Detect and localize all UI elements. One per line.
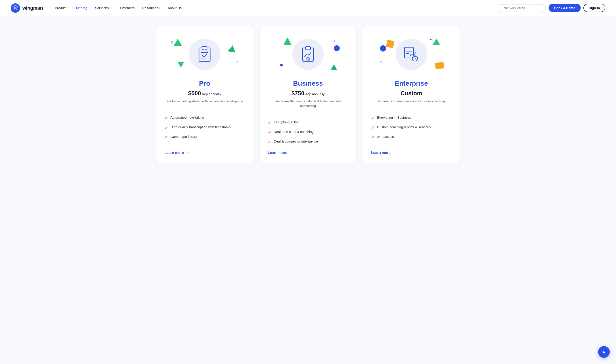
decorative-dot-large	[380, 45, 386, 52]
feature-item: ✓ Real-time cues & coaching	[268, 130, 349, 135]
pro-features-list: ✓ Automated note-taking ✓ High-quality t…	[164, 116, 245, 144]
decorative-square-1	[171, 41, 173, 43]
nav-item-pricing[interactable]: Pricing	[73, 5, 91, 11]
illustration-circle	[189, 39, 220, 70]
arrow-right-icon: →	[289, 151, 292, 155]
feature-item: ✓ Deal & competitor intelligence	[268, 139, 349, 144]
pricing-card-business: Business $750 /rep annually For teams th…	[260, 25, 357, 163]
arrow-right-icon: →	[185, 151, 189, 155]
business-price-period: /rep annually	[305, 92, 324, 96]
feature-label: Deal & competitor intelligence	[274, 139, 318, 143]
pro-price-period: /rep annually	[202, 92, 221, 96]
decorative-triangle-1	[173, 39, 182, 46]
feature-label: Automated note-taking	[170, 116, 204, 119]
card-divider	[371, 110, 452, 110]
check-icon: ✓	[371, 116, 374, 121]
enterprise-icon	[403, 46, 420, 63]
chart-clipboard-icon	[300, 45, 316, 63]
decorative-gold-shape-2	[435, 62, 444, 69]
card-divider	[164, 110, 245, 110]
enterprise-features-list: ✓ Everything in Business ✓ Custom coachi…	[371, 116, 452, 144]
nav-item-resources[interactable]: Resources ▾	[139, 5, 164, 11]
main-content: Pro $500 /rep annually For teams getting…	[0, 16, 616, 176]
pro-illustration	[164, 34, 245, 74]
check-icon: ✓	[268, 140, 271, 144]
check-icon: ✓	[268, 120, 271, 125]
sign-in-button[interactable]: Sign In	[583, 4, 605, 12]
feature-item: ✓ Automated note-taking	[164, 116, 245, 121]
check-icon: ✓	[164, 125, 168, 130]
svg-rect-8	[306, 47, 310, 50]
enterprise-price: Custom	[371, 90, 452, 97]
decorative-dot-small	[430, 39, 432, 40]
clipboard-icon	[197, 45, 212, 63]
feature-label: High-quality transcription with timestam…	[170, 125, 230, 129]
business-features-list: ✓ Everything in Pro ✓ Real-time cues & c…	[268, 120, 349, 144]
check-icon: ✓	[164, 135, 168, 140]
check-icon: ✓	[371, 135, 374, 140]
pricing-cards-container: Pro $500 /rep annually For teams getting…	[156, 25, 460, 163]
arrow-right-icon: →	[392, 151, 395, 155]
header: wingman Product ▾ Pricing Solutions ▾ Cu…	[0, 0, 616, 16]
decorative-triangle-3	[227, 45, 237, 53]
illustration-circle	[396, 39, 427, 70]
business-learn-more-link[interactable]: Learn more →	[268, 151, 349, 155]
decorative-dot-large	[334, 45, 340, 51]
enterprise-learn-more-link[interactable]: Learn more →	[371, 151, 452, 155]
feature-label: Everything in Pro	[274, 120, 299, 124]
enterprise-price-amount: Custom	[400, 90, 422, 97]
pro-learn-more-link[interactable]: Learn more →	[164, 151, 245, 155]
book-demo-button[interactable]: Book a Demo	[548, 4, 581, 12]
svg-rect-12	[405, 47, 413, 58]
pricing-card-enterprise: Enterprise Custom For teams focusing on …	[363, 25, 460, 163]
decorative-triangle-1	[283, 38, 292, 45]
decorative-triangle-2	[178, 62, 184, 68]
nav-item-solutions[interactable]: Solutions ▾	[92, 5, 114, 11]
svg-point-2	[15, 7, 16, 9]
enterprise-description: For teams focusing on advanced sales coa…	[371, 99, 452, 104]
header-actions: Book a Demo Sign In	[497, 4, 605, 12]
enterprise-illustration	[371, 34, 452, 74]
nav-item-product[interactable]: Product ▾	[52, 5, 72, 11]
nav-item-about[interactable]: About Us	[165, 5, 185, 11]
decorative-triangle-1	[433, 39, 440, 45]
feature-item: ✓ Game tape library	[164, 135, 245, 140]
enterprise-title: Enterprise	[371, 80, 452, 87]
feature-item: ✓ Everything in Pro	[268, 120, 349, 125]
chevron-down-icon: ▾	[159, 7, 160, 9]
business-description: For teams that need customizable feature…	[268, 99, 349, 108]
pro-description: For teams getting started with conversat…	[164, 99, 245, 104]
check-icon: ✓	[268, 130, 271, 135]
decorative-dot-small	[280, 64, 283, 66]
chevron-down-icon: ▾	[110, 7, 111, 9]
feature-label: Custom coaching reports & services	[377, 125, 431, 129]
logo-text: wingman	[22, 5, 43, 11]
feature-item: ✓ API access	[371, 135, 452, 140]
feature-item: ✓ High-quality transcription with timest…	[164, 125, 245, 130]
nav-item-customers[interactable]: Customers	[115, 5, 138, 11]
feature-item: ✓ Everything in Business	[371, 116, 452, 121]
business-title: Business	[268, 80, 349, 87]
pro-price-amount: $500	[188, 90, 201, 97]
check-icon: ✓	[371, 125, 374, 130]
svg-rect-4	[202, 47, 207, 50]
feature-item: ✓ Custom coaching reports & services	[371, 125, 452, 130]
feature-label: Real-time cues & coaching	[274, 130, 314, 134]
pro-price: $500 /rep annually	[164, 90, 245, 97]
business-illustration	[268, 34, 349, 74]
feature-label: Game tape library	[170, 135, 197, 139]
pro-title: Pro	[164, 80, 245, 87]
decorative-square-outline	[380, 61, 383, 64]
business-price: $750 /rep annually	[268, 90, 349, 97]
logo[interactable]: wingman	[11, 3, 43, 13]
main-nav: Product ▾ Pricing Solutions ▾ Customers …	[52, 5, 497, 11]
business-price-amount: $750	[292, 90, 304, 97]
decorative-triangle-2	[331, 64, 337, 70]
email-input[interactable]	[497, 4, 546, 12]
card-divider	[268, 115, 349, 115]
check-icon: ✓	[164, 116, 168, 121]
decorative-circle-outline	[333, 40, 335, 42]
feature-label: Everything in Business	[377, 116, 411, 119]
decorative-square-2	[236, 61, 238, 63]
feature-label: API access	[377, 135, 394, 139]
